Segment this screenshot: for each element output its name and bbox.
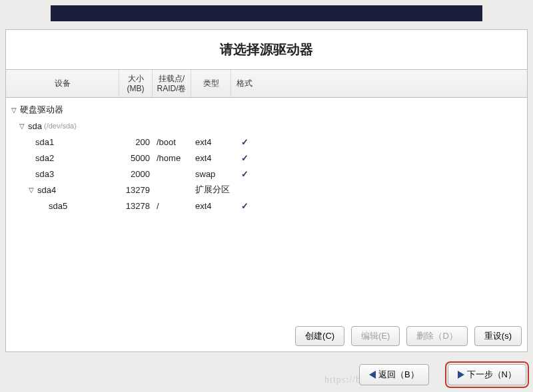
arrow-right-icon bbox=[458, 371, 464, 379]
reset-button[interactable]: 重设(s) bbox=[474, 326, 522, 346]
back-button[interactable]: 返回（B） bbox=[359, 364, 429, 385]
create-button[interactable]: 创建(C) bbox=[295, 326, 344, 346]
part-type: ext4 bbox=[191, 201, 231, 211]
table-row[interactable]: sda3 2000 swap ✓ bbox=[6, 166, 527, 182]
col-device[interactable]: 设备 bbox=[6, 70, 119, 97]
part-size: 5000 bbox=[119, 153, 153, 163]
part-name: sda3 bbox=[35, 169, 54, 179]
check-icon: ✓ bbox=[231, 169, 258, 179]
edit-button: 编辑(E) bbox=[351, 326, 400, 346]
part-type: 扩展分区 bbox=[191, 184, 231, 196]
part-mount: /boot bbox=[153, 137, 191, 147]
part-name: sda4 bbox=[37, 185, 56, 195]
check-icon: ✓ bbox=[231, 201, 258, 211]
page-title: 请选择源驱动器 bbox=[6, 30, 527, 70]
part-type: ext4 bbox=[191, 137, 231, 147]
disk-path: (/dev/sda) bbox=[44, 122, 77, 130]
chevron-down-icon[interactable]: ▽ bbox=[29, 186, 35, 194]
partition-tree: ▽硬盘驱动器 ▽sda (/dev/sda) sda1 200 /boot ex… bbox=[6, 98, 527, 317]
arrow-left-icon bbox=[369, 371, 376, 379]
disk-name: sda bbox=[28, 121, 42, 131]
table-header: 设备 大小 (MB) 挂载点/ RAID/卷 类型 格式 bbox=[6, 70, 527, 98]
part-name: sda2 bbox=[35, 153, 54, 163]
check-icon: ✓ bbox=[231, 153, 258, 163]
part-name: sda1 bbox=[35, 137, 54, 147]
check-icon: ✓ bbox=[231, 137, 258, 147]
part-mount: / bbox=[153, 201, 191, 211]
table-row[interactable]: sda1 200 /boot ext4 ✓ bbox=[6, 134, 527, 150]
chevron-down-icon[interactable]: ▽ bbox=[19, 122, 26, 130]
action-buttons: 创建(C) 编辑(E) 删除（D） 重设(s) bbox=[295, 326, 522, 346]
part-type: swap bbox=[191, 169, 231, 179]
tree-root[interactable]: ▽硬盘驱动器 bbox=[6, 102, 527, 118]
col-format[interactable]: 格式 bbox=[231, 70, 258, 97]
root-label: 硬盘驱动器 bbox=[20, 104, 63, 116]
main-panel: 请选择源驱动器 设备 大小 (MB) 挂载点/ RAID/卷 类型 格式 ▽硬盘… bbox=[5, 29, 528, 352]
table-row[interactable]: sda2 5000 /home ext4 ✓ bbox=[6, 150, 527, 166]
next-button[interactable]: 下一步（N） bbox=[448, 364, 526, 385]
part-mount: /home bbox=[153, 153, 191, 163]
table-row[interactable]: sda5 13278 / ext4 ✓ bbox=[6, 198, 527, 214]
nav-buttons: 返回（B） 下一步（N） bbox=[359, 364, 526, 385]
chevron-down-icon[interactable]: ▽ bbox=[11, 106, 18, 114]
table-row[interactable]: ▽sda4 13279 扩展分区 bbox=[6, 182, 527, 198]
disk-row[interactable]: ▽sda (/dev/sda) bbox=[6, 118, 527, 134]
delete-button: 删除（D） bbox=[406, 326, 467, 346]
col-type[interactable]: 类型 bbox=[191, 70, 231, 97]
col-mount[interactable]: 挂载点/ RAID/卷 bbox=[153, 70, 191, 97]
next-label: 下一步（N） bbox=[467, 369, 516, 381]
header-band bbox=[51, 5, 482, 21]
col-size[interactable]: 大小 (MB) bbox=[119, 70, 153, 97]
part-size: 200 bbox=[119, 137, 153, 147]
part-type: ext4 bbox=[191, 153, 231, 163]
part-size: 2000 bbox=[119, 169, 153, 179]
part-size: 13278 bbox=[119, 201, 153, 211]
part-name: sda5 bbox=[49, 201, 67, 211]
back-label: 返回（B） bbox=[378, 369, 419, 381]
part-size: 13279 bbox=[119, 185, 153, 195]
